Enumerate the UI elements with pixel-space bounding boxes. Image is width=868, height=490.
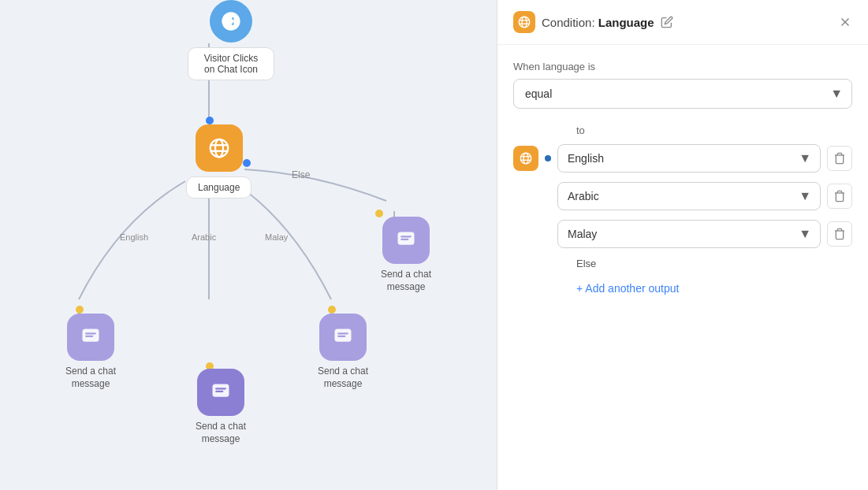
connector-dot-top [206,117,214,124]
arabic-branch-label: Arabic [192,232,216,242]
language-node-label: Language [186,176,251,199]
to-label: to [576,124,852,136]
arabic-language-select[interactable]: English Arabic Malay [557,182,821,210]
english-branch-label: English [120,232,148,242]
condition-panel: Condition: Language When language is [497,0,868,490]
start-node: Visitor Clicks on Chat Icon [188,0,274,80]
chat-icon-arabic [197,369,244,416]
svg-rect-10 [83,329,99,342]
malay-chat-label: Send a chat message [307,366,378,390]
close-button[interactable] [838,15,852,29]
panel-globe-icon [513,11,535,33]
svg-point-6 [210,139,228,158]
chat-icon-english [67,314,114,361]
svg-point-7 [215,139,223,158]
svg-rect-13 [398,232,415,245]
output-row-malay: English Arabic Malay ▼ [513,220,852,248]
delete-arabic-button[interactable] [827,184,852,209]
panel-header-left: Condition: Language [513,11,673,33]
language-node[interactable]: Language [186,124,251,199]
when-label: When language is [513,61,852,72]
else-branch-label: Else [292,169,310,180]
start-node-label: Visitor Clicks on Chat Icon [188,47,274,80]
svg-rect-12 [335,329,352,342]
start-icon [210,0,252,43]
english-connector-dot [76,306,84,314]
svg-point-14 [519,17,530,28]
else-chat-node[interactable]: Send a chat message [371,217,441,293]
arabic-chat-node[interactable]: Send a chat message [185,369,256,445]
else-label: Else [576,258,852,269]
english-language-select[interactable]: English Arabic Malay [557,144,821,173]
svg-point-20 [520,153,531,164]
dot-connector-english [545,155,551,161]
english-chat-label: Send a chat message [55,366,126,390]
malay-language-select[interactable]: English Arabic Malay [557,220,821,248]
output-row-arabic: English Arabic Malay ▼ [513,182,852,210]
flow-canvas: Visitor Clicks on Chat Icon Language Els… [0,0,497,490]
language-icon [196,124,243,172]
else-chat-label: Send a chat message [371,269,441,293]
chat-icon-else [382,217,430,264]
output-row-english: English Arabic Malay ▼ [513,144,852,173]
panel-title: Condition: Language [542,16,654,29]
panel-header-actions [838,15,852,29]
chat-icon-malay [319,314,367,361]
globe-icon-english [513,146,538,171]
svg-point-15 [522,17,527,28]
arabic-select-wrapper: English Arabic Malay ▼ [557,182,821,210]
malay-select-wrapper: English Arabic Malay ▼ [557,220,821,248]
edit-button[interactable] [661,16,673,28]
condition-select-wrapper: equal ▼ [513,79,852,109]
malay-branch-label: Malay [265,232,288,242]
delete-english-button[interactable] [827,146,852,171]
delete-malay-button[interactable] [827,221,852,247]
else-connector-dot [243,159,251,167]
english-select-wrapper: English Arabic Malay ▼ [557,144,821,173]
panel-header: Condition: Language [497,0,868,45]
arabic-chat-label: Send a chat message [185,421,256,445]
svg-point-21 [523,153,528,164]
condition-select[interactable]: equal [513,79,852,109]
add-output-button[interactable]: + Add another output [576,282,679,295]
panel-body: When language is equal ▼ to English [497,45,868,490]
english-chat-node[interactable]: Send a chat message [55,314,126,390]
malay-connector-dot [328,306,336,314]
svg-rect-11 [213,384,229,397]
malay-chat-node[interactable]: Send a chat message [307,314,378,390]
